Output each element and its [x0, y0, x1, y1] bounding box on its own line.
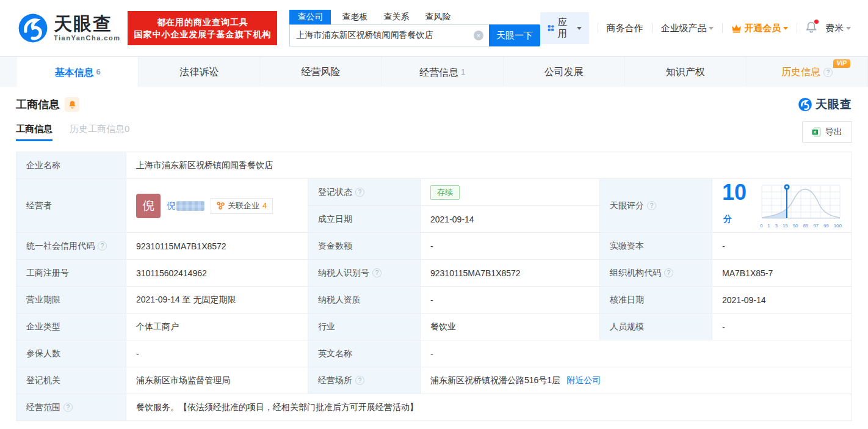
apps-grid-icon — [548, 23, 554, 33]
field-label: 统一社会信用代码 — [16, 233, 126, 260]
nav-username[interactable]: 费米 — [825, 23, 851, 34]
help-icon[interactable] — [372, 268, 382, 277]
table-row: 工商注册号 310115602414962 纳税人识别号 92310115MA7… — [16, 260, 852, 287]
field-label: 天眼评分 — [600, 179, 712, 233]
vip-badge: VIP — [833, 59, 850, 68]
tab-operating-info[interactable]: 经营信息1 — [382, 57, 503, 87]
help-icon[interactable] — [647, 201, 656, 210]
field-label: 工商注册号 — [16, 260, 126, 287]
operator-name-link[interactable]: 倪 — [167, 200, 204, 211]
field-label: 纳税人识别号 — [308, 260, 421, 287]
top-header: 天眼查 TianYanCha.com 都在用的商业查询工具 国家中小企业发展子基… — [0, 0, 868, 56]
business-scope-value: 餐饮服务。【依法须经批准的项目，经相关部门批准后方可开展经营活动】 — [126, 394, 852, 421]
nearby-companies-link[interactable]: 附近公司 — [566, 375, 601, 385]
search-tab-relation[interactable]: 查关系 — [383, 10, 409, 24]
promo-line2: 国家中小企业发展子基金旗下机构 — [134, 28, 271, 40]
table-row: 企业名称 上海市浦东新区祝桥镇闻闻香餐饮店 — [16, 152, 852, 179]
field-label: 经营者 — [16, 179, 126, 233]
chevron-down-icon — [577, 27, 582, 30]
field-label: 经营范围 — [16, 394, 126, 421]
field-label: 成立日期 — [308, 206, 421, 233]
table-row: 登记机关 浦东新区市场监督管理局 经营场所 浦东新区祝桥镇祝潘公路516号1层附… — [16, 367, 852, 394]
watermark-text: 天眼查 — [816, 97, 852, 112]
status-badge: 存续 — [430, 185, 460, 200]
monitor-bell-icon[interactable] — [65, 97, 79, 112]
table-row: 企业类型 个体工商户 行业 餐饮业 人员规模 - — [16, 314, 852, 340]
tab-count: 1 — [461, 67, 465, 76]
top-nav: 应用 商务合作 企业级产品 开通会员 费米 — [540, 12, 851, 44]
field-label: 纳税人资质 — [308, 287, 421, 314]
tab-count: 6 — [96, 67, 100, 76]
table-row: 经营范围 餐饮服务。【依法须经批准的项目，经相关部门批准后方可开展经营活动】 — [16, 394, 852, 421]
help-icon[interactable] — [355, 376, 364, 385]
score-distribution-chart: 01 315 5085 9799 100 — [760, 183, 842, 229]
field-label: 参保人数 — [16, 340, 126, 367]
export-button[interactable]: 导出 — [802, 121, 852, 143]
section-title: 工商信息 — [16, 97, 60, 112]
tab-legal-proceedings[interactable]: 法律诉讼 — [139, 57, 260, 87]
subtab-history-business-info[interactable]: 历史工商信息0 — [70, 123, 129, 141]
search-tab-company[interactable]: 查公司 — [289, 10, 331, 24]
help-icon[interactable] — [823, 68, 833, 77]
divider — [652, 23, 653, 33]
tab-operating-risk[interactable]: 经营风险 — [260, 57, 382, 87]
notification-bell-icon[interactable] — [806, 21, 817, 35]
divider — [797, 23, 797, 33]
search-input[interactable] — [289, 24, 489, 46]
logo-domain: TianYanCha.com — [54, 34, 120, 42]
field-label: 行业 — [308, 314, 421, 340]
apps-menu-button[interactable]: 应用 — [540, 12, 589, 44]
search-tab-boss[interactable]: 查老板 — [342, 10, 367, 24]
tianyancha-logo[interactable]: 天眼查 TianYanCha.com — [17, 12, 120, 44]
excel-icon — [812, 127, 821, 137]
table-row: 营业期限 2021-09-14 至 无固定期限 纳税人资质 - 核准日期 202… — [16, 287, 852, 314]
nav-enterprise-products[interactable]: 企业级产品 — [660, 23, 714, 34]
field-label: 登记机关 — [16, 367, 126, 394]
chevron-down-icon — [846, 27, 851, 30]
promo-line1: 都在用的商业查询工具 — [134, 16, 271, 28]
help-icon[interactable] — [63, 403, 73, 412]
chart-x-ticks: 01 315 5085 9799 100 — [760, 223, 842, 229]
clear-icon[interactable] — [474, 31, 483, 40]
score-widget[interactable]: 10分 — [722, 182, 842, 230]
search-block: 查公司 查老板 查关系 查风险 天眼一下 — [289, 10, 540, 46]
subtab-business-info[interactable]: 工商信息 — [16, 123, 52, 141]
field-label: 人员规模 — [600, 314, 712, 340]
help-icon[interactable] — [98, 241, 107, 251]
company-name-value: 上海市浦东新区祝桥镇闻闻香餐饮店 — [126, 152, 852, 179]
network-icon — [217, 202, 225, 210]
related-companies-badge[interactable]: 关联企业 4 — [211, 198, 273, 214]
field-label: 经营场所 — [308, 367, 421, 394]
search-tab-risk[interactable]: 查风险 — [425, 10, 450, 24]
tab-history-info[interactable]: VIP 历史信息 — [747, 57, 868, 87]
table-row: 统一社会信用代码 92310115MA7B1X8572 资金数额 - 实缴资本 … — [16, 233, 852, 260]
main-content: 工商信息 天眼查 工商信息 历史工商信息0 导出 — [0, 97, 868, 421]
tab-intellectual-property[interactable]: 知识产权 — [625, 57, 747, 87]
business-info-table: 企业名称 上海市浦东新区祝桥镇闻闻香餐饮店 经营者 倪 倪 — [16, 152, 852, 421]
apps-label: 应用 — [558, 16, 571, 40]
chevron-down-icon — [709, 27, 714, 30]
field-label: 核准日期 — [600, 287, 712, 314]
search-tabs: 查公司 查老板 查关系 查风险 — [289, 10, 540, 24]
field-label: 企业名称 — [16, 152, 126, 179]
divider — [598, 23, 598, 33]
notification-dot — [814, 20, 819, 24]
nav-business-cooperation[interactable]: 商务合作 — [607, 23, 643, 34]
company-section-tabs: 基本信息6 法律诉讼 经营风险 经营信息1 公司发展 知识产权 VIP 历史信息 — [0, 56, 868, 87]
table-row: 参保人数 - 英文名称 - — [16, 340, 852, 367]
field-label: 营业期限 — [16, 287, 126, 314]
chevron-down-icon — [783, 27, 788, 30]
logo-title: 天眼查 — [54, 15, 120, 33]
watermark-logo: 天眼查 — [798, 97, 852, 112]
avatar[interactable]: 倪 — [136, 194, 161, 218]
search-button[interactable]: 天眼一下 — [489, 24, 540, 46]
tab-basic-info[interactable]: 基本信息6 — [17, 57, 139, 87]
table-row: 经营者 倪 倪 关联企业 — [16, 179, 852, 206]
premises-address: 浦东新区祝桥镇祝潘公路516号1层 — [430, 375, 560, 385]
tab-company-development[interactable]: 公司发展 — [504, 57, 625, 87]
help-icon[interactable] — [664, 268, 673, 277]
field-label: 登记状态 — [308, 179, 421, 206]
help-icon[interactable] — [355, 188, 364, 197]
tianyancha-logo-icon — [17, 12, 49, 44]
nav-open-membership[interactable]: 开通会员 — [731, 23, 788, 34]
